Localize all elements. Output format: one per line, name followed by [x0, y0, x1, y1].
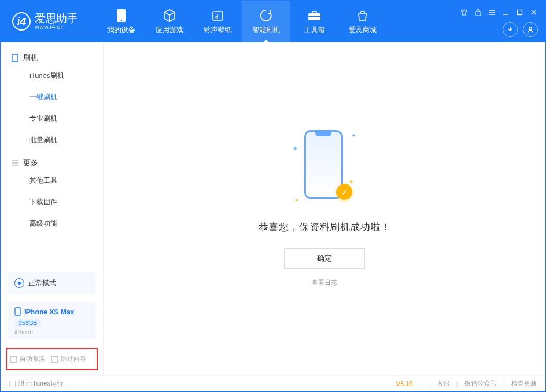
mode-radio-icon [14, 278, 24, 288]
app-body: 刷机 iTunes刷机 一键刷机 专业刷机 批量刷机 更多 其他工具 下载固件 … [1, 42, 545, 375]
app-title: 爱思助手 [35, 13, 78, 24]
options-highlight-box: 自动激活 跳过向导 [6, 348, 98, 370]
sidebar-group-more: 更多 [1, 151, 103, 170]
lock-icon[interactable] [474, 8, 482, 17]
device-name-row: iPhone XS Max [14, 307, 89, 316]
device-card[interactable]: iPhone XS Max 256GB iPhone [8, 302, 95, 339]
toolbox-icon [307, 8, 322, 23]
music-folder-icon [210, 8, 225, 23]
svg-rect-5 [308, 16, 320, 17]
sidebar-group-flash: 刷机 [1, 46, 103, 65]
bag-icon [355, 8, 370, 23]
success-illustration: ✦ ✦ ✦ ✦ ✓ [292, 130, 357, 205]
svg-rect-9 [12, 54, 18, 62]
refresh-shield-icon [259, 8, 274, 23]
nav-apps-games[interactable]: 应用游戏 [145, 1, 194, 42]
sidebar-item-download-firmware[interactable]: 下载固件 [1, 191, 103, 213]
ok-button[interactable]: 确定 [284, 248, 365, 269]
separator: | [429, 380, 431, 388]
skip-guide-checkbox[interactable]: 跳过向导 [51, 354, 86, 364]
view-log-link[interactable]: 查看日志 [312, 278, 337, 287]
footer-link-wechat[interactable]: 微信公众号 [464, 379, 497, 388]
nav-label: 智能刷机 [252, 25, 280, 35]
window-controls [460, 4, 538, 17]
device-type: iPhone [14, 329, 89, 335]
mode-card[interactable]: 正常模式 [8, 272, 95, 294]
account-button[interactable] [523, 22, 538, 37]
nav-label: 我的设备 [107, 25, 135, 35]
checkbox-icon [51, 356, 58, 363]
svg-rect-7 [518, 10, 522, 15]
svg-rect-10 [15, 308, 20, 315]
nav-label: 爱思商城 [349, 25, 377, 35]
success-message: 恭喜您，保资料刷机成功啦！ [259, 220, 391, 233]
nav-ringtone-wallpaper[interactable]: 铃声壁纸 [194, 1, 242, 42]
menu-lines-icon [11, 159, 19, 167]
nav-label: 应用游戏 [156, 25, 183, 35]
nav-label: 工具箱 [304, 25, 325, 35]
nav-store[interactable]: 爱思商城 [338, 1, 387, 42]
sidebar-item-pro-flash[interactable]: 专业刷机 [1, 108, 103, 129]
nav-label: 铃声壁纸 [204, 25, 232, 35]
nav-smart-flash[interactable]: 智能刷机 [242, 1, 290, 42]
logo-area: i4 爱思助手 www.i4.cn [1, 1, 97, 42]
checkbox-label: 阻止iTunes运行 [18, 379, 63, 388]
sparkle-icon: ✦ [351, 132, 356, 138]
app-header: i4 爱思助手 www.i4.cn 我的设备 应用游戏 铃声壁纸 智能刷机 工具… [1, 1, 545, 42]
phone-icon [114, 8, 129, 23]
shirt-icon[interactable] [460, 8, 468, 17]
sparkle-icon: ✦ [294, 197, 299, 203]
nav-toolbox[interactable]: 工具箱 [290, 1, 338, 42]
app-subtitle: www.i4.cn [35, 24, 78, 30]
auto-activate-checkbox[interactable]: 自动激活 [10, 354, 45, 364]
footer-link-update[interactable]: 检查更新 [511, 379, 537, 388]
maximize-button[interactable] [515, 8, 524, 17]
sidebar-item-advanced[interactable]: 高级功能 [1, 213, 103, 234]
app-logo-icon: i4 [12, 12, 31, 31]
sparkle-icon: ✦ [292, 144, 300, 153]
block-itunes-checkbox[interactable]: 阻止iTunes运行 [9, 379, 63, 388]
checkbox-icon [9, 381, 16, 387]
main-content: ✦ ✦ ✦ ✦ ✓ 恭喜您，保资料刷机成功啦！ 确定 查看日志 [104, 42, 545, 375]
download-button[interactable] [503, 22, 518, 37]
group-label: 刷机 [23, 53, 38, 63]
cube-icon [162, 8, 177, 23]
device-icon [11, 54, 19, 62]
group-label: 更多 [23, 158, 38, 168]
close-button[interactable] [529, 8, 538, 17]
svg-rect-4 [312, 11, 316, 13]
sidebar-item-itunes-flash[interactable]: iTunes刷机 [1, 65, 103, 86]
device-name: iPhone XS Max [24, 308, 74, 316]
separator: | [503, 380, 505, 388]
sidebar: 刷机 iTunes刷机 一键刷机 专业刷机 批量刷机 更多 其他工具 下载固件 … [1, 42, 104, 375]
svg-point-1 [121, 20, 122, 21]
checkbox-icon [10, 356, 17, 363]
svg-point-8 [529, 27, 532, 30]
svg-rect-6 [476, 12, 481, 16]
main-nav: 我的设备 应用游戏 铃声壁纸 智能刷机 工具箱 爱思商城 [97, 1, 460, 42]
footer-link-support[interactable]: 客服 [437, 379, 450, 388]
separator: | [456, 380, 458, 388]
mode-label: 正常模式 [28, 278, 56, 288]
status-bar: 阻止iTunes运行 V8.16 | 客服 | 微信公众号 | 检查更新 [1, 375, 545, 391]
sidebar-item-other-tools[interactable]: 其他工具 [1, 170, 103, 191]
checkbox-label: 跳过向导 [61, 354, 86, 364]
minimize-button[interactable] [501, 8, 510, 17]
sparkle-icon: ✦ [348, 177, 355, 186]
checkbox-label: 自动激活 [19, 354, 45, 364]
sidebar-scroll: 刷机 iTunes刷机 一键刷机 专业刷机 批量刷机 更多 其他工具 下载固件 … [1, 42, 103, 268]
nav-my-device[interactable]: 我的设备 [97, 1, 145, 42]
version-label: V8.16 [396, 380, 412, 388]
device-capacity: 256GB [14, 319, 41, 327]
sidebar-item-oneclick-flash[interactable]: 一键刷机 [1, 86, 103, 108]
sidebar-item-batch-flash[interactable]: 批量刷机 [1, 129, 103, 151]
device-phone-icon [14, 307, 21, 316]
check-badge-icon: ✓ [336, 184, 352, 200]
logo-text: 爱思助手 www.i4.cn [35, 13, 78, 30]
menu-icon[interactable] [488, 8, 496, 17]
header-right [460, 1, 545, 42]
header-round-buttons [503, 22, 538, 37]
